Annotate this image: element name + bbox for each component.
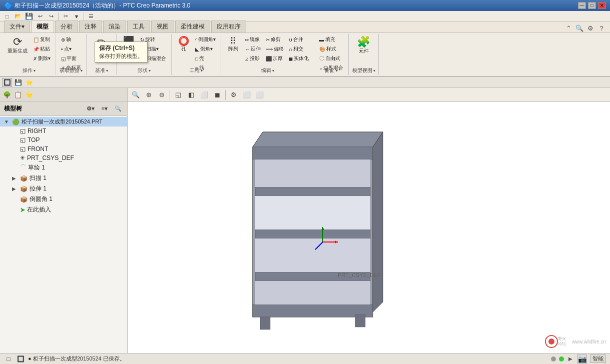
zoom-fit-button[interactable]: 🔍 bbox=[130, 90, 142, 100]
sidebar: 🌳 📋 ⭐ 模型树 ⚙▾ ≡▾ 🔍 ▼ 🟢 柜子扫描一次成型20150524.P… bbox=[0, 88, 128, 353]
chamfer-button[interactable]: ◣倒角▾ bbox=[193, 44, 218, 54]
view-more1-button[interactable]: ⬜ bbox=[241, 90, 253, 100]
save-tooltip-desc: 保存打开的模型。 bbox=[99, 52, 143, 60]
zoom-out-button[interactable]: ⊖ bbox=[156, 90, 168, 100]
svg-marker-14 bbox=[373, 132, 383, 312]
tree-item-extrude1[interactable]: ▶ 📦 拉伸 1 bbox=[0, 184, 127, 194]
view-more2-button[interactable]: ⬜ bbox=[254, 90, 266, 100]
solidify-button[interactable]: ◼实体化 bbox=[287, 54, 311, 63]
view-top-button[interactable]: ⬜ bbox=[198, 90, 210, 100]
cabinet-3d-view: PRT_CSYS_DEF bbox=[228, 117, 408, 337]
tab-analysis[interactable]: 分析 bbox=[55, 20, 78, 32]
tree-columns-button[interactable]: ≡▾ bbox=[100, 104, 109, 114]
tree-item-insert[interactable]: ➤ 在此插入 bbox=[0, 204, 127, 215]
undo-button[interactable]: ↩ bbox=[35, 12, 45, 21]
tree-item-csys[interactable]: ✳ PRT_CSYS_DEF bbox=[0, 154, 127, 162]
trim-button[interactable]: ✂修剪 bbox=[264, 35, 286, 44]
ribbon-collapse[interactable]: ⌃ bbox=[564, 24, 573, 32]
tab-apps[interactable]: 应用程序 bbox=[211, 20, 246, 32]
tab-file[interactable]: 文件▾ bbox=[4, 20, 30, 32]
ribbon-group-engineering: ⭕ 孔 ◜倒圆角▾ ◣倒角▾ □壳 ≡筋 工程▾ bbox=[172, 34, 221, 75]
tree-search-button[interactable]: 🔍 bbox=[113, 104, 123, 114]
plane-button[interactable]: ◱平面 bbox=[59, 54, 83, 63]
view-settings-button[interactable]: ⚙ bbox=[228, 90, 240, 100]
camera-button[interactable]: 📷 bbox=[577, 354, 587, 364]
tree-item-round1[interactable]: 📦 倒圆角 1 bbox=[0, 194, 127, 204]
paste-button[interactable]: 📌粘贴 bbox=[31, 44, 53, 54]
play-button[interactable]: ▶ bbox=[567, 356, 574, 362]
view-iso-button[interactable]: ◧ bbox=[185, 90, 197, 100]
extend-button[interactable]: ↔延伸 bbox=[243, 44, 263, 54]
project-button[interactable]: ⊿投影 bbox=[243, 54, 263, 63]
svg-rect-9 bbox=[253, 304, 373, 317]
status-icon2[interactable]: 🔲 bbox=[16, 354, 25, 364]
tree-item-root[interactable]: ▼ 🟢 柜子扫描一次成型20150524.PRT bbox=[0, 117, 127, 126]
regenerate-button[interactable]: ⟳ 重新生成 bbox=[5, 35, 30, 56]
cabinet-svg bbox=[228, 117, 408, 337]
qa-dropdown[interactable]: ▼ bbox=[72, 12, 82, 21]
tab-model[interactable]: 模型 bbox=[31, 20, 54, 32]
menu-button[interactable]: ☰ bbox=[86, 12, 96, 21]
offset-button[interactable]: ⟹偏移 bbox=[264, 44, 286, 54]
minimize-button[interactable]: — bbox=[578, 2, 586, 9]
tree-item-sweep1[interactable]: ▶ 📦 扫描 1 bbox=[0, 173, 127, 184]
tree-item-sketch1[interactable]: ⌒ 草绘 1 bbox=[0, 162, 127, 173]
redo-button[interactable]: ↪ bbox=[46, 12, 56, 21]
svg-rect-10 bbox=[255, 160, 370, 187]
eng-col1: ⭕ 孔 bbox=[175, 35, 192, 54]
axis-button[interactable]: ⊕轴 bbox=[59, 35, 83, 44]
save-button[interactable]: 💾 保存 (Ctrl+S) 保存打开的模型。 bbox=[24, 12, 34, 21]
vt-sep2 bbox=[225, 90, 226, 100]
view-shaded-button[interactable]: ◼ bbox=[211, 90, 223, 100]
open-button[interactable]: 📂 bbox=[13, 12, 23, 21]
round-button[interactable]: ◜倒圆角▾ bbox=[193, 35, 218, 44]
close-button[interactable]: ✕ bbox=[598, 2, 606, 9]
icon-tab-star[interactable]: ⭐ bbox=[24, 78, 34, 87]
thicken-button[interactable]: ⬛加厚 bbox=[264, 54, 286, 63]
tab-view[interactable]: 视图 bbox=[151, 20, 174, 32]
tab-tools[interactable]: 工具 bbox=[127, 20, 150, 32]
freeform-button[interactable]: 〇自由式 bbox=[317, 54, 345, 63]
sidebar-star-icon[interactable]: ⭐ bbox=[24, 90, 34, 100]
ribbon-help[interactable]: ? bbox=[597, 24, 606, 32]
component-button[interactable]: 🧩 元件 bbox=[354, 35, 374, 56]
icon-tab-tree[interactable]: 🔲 bbox=[2, 78, 12, 87]
mirror-button[interactable]: ⇔镜像 bbox=[243, 35, 263, 44]
new-button[interactable]: □ bbox=[2, 12, 12, 21]
merge-button[interactable]: ∪合并 bbox=[287, 35, 311, 44]
view-front-button[interactable]: ◱ bbox=[172, 90, 184, 100]
sidebar-tree-icon[interactable]: 🌳 bbox=[2, 90, 12, 100]
fill-button[interactable]: ▬填充 bbox=[317, 35, 345, 44]
surface-label: 曲面▾ bbox=[325, 67, 338, 74]
intersect-button[interactable]: ∩相交 bbox=[287, 44, 311, 54]
front-icon: ◱ bbox=[20, 146, 26, 152]
tree-item-top[interactable]: ◱ TOP bbox=[0, 136, 127, 144]
tree-item-right[interactable]: ◱ RIGHT bbox=[0, 126, 127, 136]
tree-item-front[interactable]: ◱ FRONT bbox=[0, 144, 127, 154]
tab-flexible[interactable]: 柔性建模 bbox=[175, 20, 210, 32]
ribbon-search[interactable]: 🔍 bbox=[575, 24, 584, 32]
main-area: 🌳 📋 ⭐ 模型树 ⚙▾ ≡▾ 🔍 ▼ 🟢 柜子扫描一次成型20150524.P… bbox=[0, 88, 610, 353]
shell-button[interactable]: □壳 bbox=[193, 54, 218, 63]
status-icon1[interactable]: □ bbox=[4, 354, 13, 364]
style-button[interactable]: 🎨样式 bbox=[317, 44, 345, 54]
hole-button[interactable]: ⭕ 孔 bbox=[175, 35, 192, 54]
window-title: 柜子扫描一次成型20150524（活动的）- PTC Creo Parametr… bbox=[15, 2, 190, 10]
tab-render[interactable]: 渲染 bbox=[103, 20, 126, 32]
tab-annotation[interactable]: 注释 bbox=[79, 20, 102, 32]
model-tree-title: 模型树 bbox=[4, 104, 81, 113]
maximize-button[interactable]: □ bbox=[588, 2, 596, 9]
tree-settings-button[interactable]: ⚙▾ bbox=[85, 104, 96, 114]
sidebar-layers-icon[interactable]: 📋 bbox=[13, 90, 23, 100]
icon-tab-save[interactable]: 💾 bbox=[13, 78, 23, 87]
copy-button[interactable]: 📋复制 bbox=[31, 35, 53, 44]
svg-marker-4 bbox=[253, 132, 383, 147]
array-button[interactable]: ⠿ 阵列 bbox=[224, 35, 242, 54]
ribbon-settings[interactable]: ⚙ bbox=[586, 24, 595, 32]
delete-button[interactable]: ✗删除▾ bbox=[31, 54, 53, 63]
right-label: RIGHT bbox=[28, 128, 46, 134]
point-button[interactable]: •点▾ bbox=[59, 44, 83, 54]
zoom-in-button[interactable]: ⊕ bbox=[143, 90, 155, 100]
select-button[interactable]: ✂ bbox=[61, 12, 71, 21]
edit-col3: ✂修剪 ⟹偏移 ⬛加厚 bbox=[264, 35, 286, 63]
